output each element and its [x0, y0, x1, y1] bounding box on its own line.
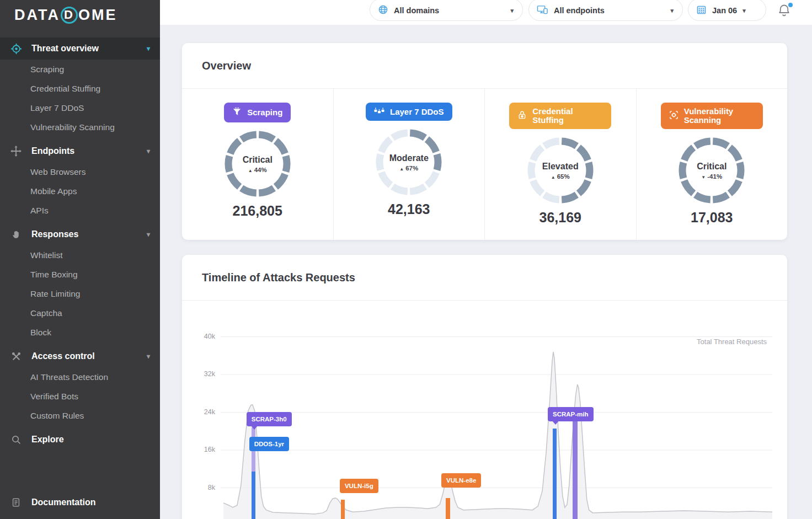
chevron-down-icon: ▾: [742, 7, 746, 14]
badge-label: Scraping: [247, 108, 282, 117]
severity-change: ▲67%: [374, 165, 444, 172]
sidebar-section-label: Endpoints: [31, 146, 74, 156]
chevron-down-icon: ▾: [147, 352, 150, 360]
event-label-text: SCRAP-3h0: [252, 416, 287, 422]
lock-icon: [517, 110, 527, 121]
sidebar-item-captcha[interactable]: Captcha: [0, 303, 160, 323]
sidebar-item-scraping[interactable]: Scraping: [0, 60, 160, 79]
threat-count: 17,083: [691, 210, 733, 226]
bots-icon: [374, 107, 384, 116]
event-label-vuln-e8e[interactable]: VULN-e8e: [441, 473, 481, 488]
endpoints-filter[interactable]: All endpoints ▾: [528, 0, 683, 21]
severity-change: ▲44%: [223, 167, 292, 173]
scraping-badge[interactable]: Scraping: [224, 103, 291, 122]
layer-7-ddos-badge[interactable]: Layer 7 DDoS: [366, 103, 452, 121]
sidebar-item-time-boxing[interactable]: Time Boxing: [0, 265, 160, 284]
overview-card-layer-7-ddos: Layer 7 DDoSModerate▲67%42,163: [334, 89, 485, 240]
severity-gauge: Critical▼-41%: [677, 136, 746, 205]
overview-card-vulnerability-scanning: Vulnerability ScanningCritical▼-41%17,08…: [637, 89, 788, 240]
overview-card-credential-stuffing: Credential StuffingElevated▲65%36,169: [485, 89, 637, 240]
unread-indicator: [788, 3, 793, 7]
timeline-title: Timeline of Attacks Requests: [182, 255, 787, 284]
event-label-scrap-3h0[interactable]: SCRAP-3h0: [247, 412, 292, 426]
severity-label: Critical: [223, 155, 292, 165]
severity-gauge: Critical▲44%: [223, 129, 292, 199]
bell-icon: [777, 10, 792, 19]
gauge-center-text: Critical▼-41%: [677, 162, 746, 180]
severity-gauge: Moderate▲67%: [374, 127, 444, 197]
sidebar-item-credential-stuffing[interactable]: Credential Stuffing: [0, 79, 160, 98]
chevron-down-icon: ▾: [510, 7, 514, 14]
trend-up-icon: ▲: [551, 175, 555, 180]
sidebar-item-vulnerability-scanning[interactable]: Vulnerability Scanning: [0, 117, 160, 137]
overview-title: Overview: [182, 43, 787, 72]
sidebar-section-explore[interactable]: Explore: [0, 429, 160, 451]
sidebar-item-custom-rules[interactable]: Custom Rules: [0, 406, 160, 425]
change-value: -41%: [707, 173, 722, 180]
endpoints-filter-label: All endpoints: [554, 6, 605, 15]
sidebar-section-label: Explore: [31, 435, 64, 445]
trend-down-icon: ▼: [701, 175, 706, 180]
credential-stuffing-badge[interactable]: Credential Stuffing: [509, 103, 611, 129]
gauge-center-text: Moderate▲67%: [374, 153, 444, 172]
threat-cards-row: ScrapingCritical▲44%216,805Layer 7 DDoSM…: [182, 89, 787, 240]
chevron-down-icon: ▾: [670, 7, 674, 14]
sidebar-section-threat-overview[interactable]: Threat overview▾: [0, 38, 160, 60]
attack-marker-bar: [341, 500, 345, 519]
severity-label: Elevated: [526, 162, 595, 172]
sidebar-item-whitelist[interactable]: Whitelist: [0, 245, 160, 265]
date-picker[interactable]: Jan 06 ▾: [688, 0, 766, 21]
sidebar-item-verified-bots[interactable]: Verified Bots: [0, 387, 160, 406]
sidebar-footer-label: Documentation: [31, 497, 95, 507]
globe-icon: [378, 4, 388, 17]
vulnerability-scanning-badge[interactable]: Vulnerability Scanning: [661, 103, 763, 129]
sidebar-item-mobile-apps[interactable]: Mobile Apps: [0, 181, 160, 201]
sidebar-item-block[interactable]: Block: [0, 323, 160, 342]
sidebar-item-ai-threats-detection[interactable]: AI Threats Detection: [0, 367, 160, 387]
sidebar-item-rate-limiting[interactable]: Rate Limiting: [0, 284, 160, 303]
label-pointer: [251, 426, 258, 430]
sidebar-item-web-browsers[interactable]: Web Browsers: [0, 162, 160, 181]
calendar-icon: [696, 4, 707, 17]
sidebar-item-documentation[interactable]: Documentation: [0, 491, 160, 513]
sidebar: DATADOME Threat overview▾ScrapingCredent…: [0, 0, 160, 519]
chart-legend: Total Threat Requests: [697, 338, 767, 346]
change-value: 67%: [405, 165, 418, 172]
attack-marker-bar: [252, 472, 255, 519]
sidebar-item-apis[interactable]: APIs: [0, 201, 160, 220]
event-label-vuln-i5g[interactable]: VULN-i5g: [340, 479, 378, 493]
notifications-button[interactable]: [777, 3, 793, 20]
sidebar-item-layer-7-ddos[interactable]: Layer 7 DDoS: [0, 98, 160, 117]
sidebar-section-endpoints[interactable]: Endpoints▾: [0, 140, 160, 162]
chevron-down-icon: ▾: [147, 45, 150, 52]
change-value: 65%: [557, 173, 570, 180]
badge-label: Credential Stuffing: [532, 107, 603, 125]
logo-text: DATA: [14, 7, 60, 24]
datadome-logo: DATADOME: [0, 0, 160, 30]
domains-filter[interactable]: All domains ▾: [370, 0, 523, 21]
attack-marker-bar: [553, 429, 557, 519]
timeline-panel: Timeline of Attacks Requests Total Threa…: [182, 255, 787, 519]
event-label-scrap-mih[interactable]: SCRAP-mih: [548, 407, 594, 421]
gauge-center-text: Critical▲44%: [223, 155, 292, 173]
search-icon: [10, 434, 22, 446]
document-icon: [10, 496, 22, 509]
sidebar-section-responses[interactable]: Responses▾: [0, 223, 160, 245]
sidebar-section-label: Threat overview: [31, 44, 99, 53]
change-value: 44%: [254, 167, 267, 173]
overview-card-scraping: ScrapingCritical▲44%216,805: [182, 89, 334, 240]
chevron-down-icon: ▾: [147, 147, 150, 155]
label-pointer: [552, 421, 559, 425]
severity-change: ▼-41%: [677, 173, 746, 180]
event-label-text: VULN-i5g: [345, 483, 373, 489]
event-label-text: SCRAP-mih: [553, 411, 589, 418]
threat-count: 216,805: [233, 203, 282, 219]
sidebar-section-access-control[interactable]: Access control▾: [0, 345, 160, 367]
event-label-ddos-1yr[interactable]: DDOS-1yr: [249, 437, 289, 451]
severity-gauge: Elevated▲65%: [526, 136, 595, 205]
gauge-center-text: Elevated▲65%: [526, 162, 595, 180]
event-label-text: VULN-e8e: [446, 477, 476, 484]
threat-count: 42,163: [388, 201, 430, 217]
date-picker-label: Jan 06: [712, 6, 737, 15]
divider: [182, 300, 787, 301]
